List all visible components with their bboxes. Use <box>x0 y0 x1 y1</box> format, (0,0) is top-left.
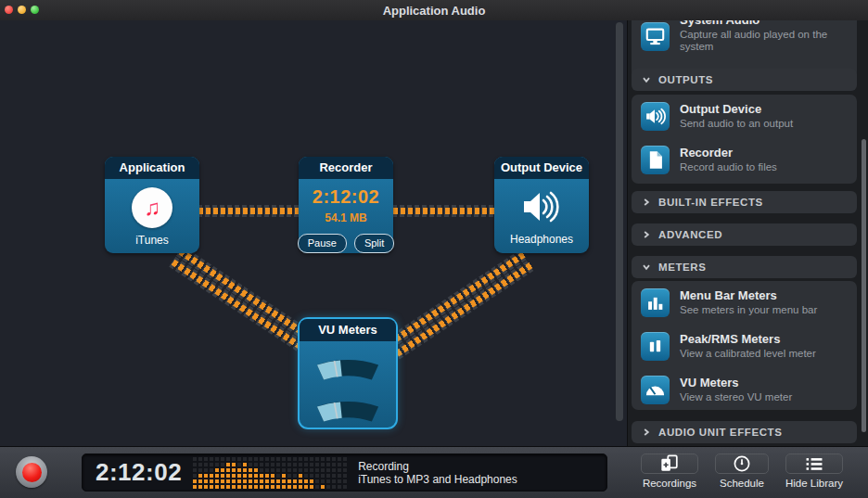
recorder-block-title: Recorder <box>299 157 393 179</box>
recordings-button[interactable] <box>641 453 698 474</box>
chevron-down-icon <box>642 75 651 84</box>
library-item-recorder[interactable]: Recorder Record audio to files <box>632 138 857 182</box>
split-button[interactable]: Split <box>354 234 394 253</box>
schedule-button-label: Schedule <box>720 478 764 489</box>
application-block[interactable]: Application ♫ iTunes <box>105 157 199 253</box>
audio-hijack-window: Application Audio Application ♫ iTunes <box>0 0 868 498</box>
output-device-block[interactable]: Output Device Headphones <box>494 157 589 253</box>
library-item-title: VU Meters <box>680 376 792 390</box>
recorder-file-size: 54.1 MB <box>325 211 366 224</box>
section-header-built-in-effects[interactable]: BUILT-IN EFFECTS <box>632 191 857 213</box>
speaker-icon <box>519 188 564 225</box>
chevron-right-icon <box>642 428 651 437</box>
library-item-title: System Audio <box>680 20 843 28</box>
hide-library-button-label: Hide Library <box>785 478 843 489</box>
pipe-application-vumeters <box>169 246 318 357</box>
recorder-block[interactable]: Recorder 2:12:02 54.1 MB Pause Split <box>299 157 393 253</box>
recordings-button-label: Recordings <box>643 478 696 489</box>
library-item-vu-meters[interactable]: VU Meters View a stereo VU meter <box>632 368 857 412</box>
sidebar-scrollbar[interactable] <box>862 139 866 432</box>
output-device-block-title: Output Device <box>494 157 589 179</box>
record-dot-icon <box>22 463 42 482</box>
chevron-right-icon <box>642 198 651 207</box>
section-header-audio-unit-effects[interactable]: AUDIO UNIT EFFECTS <box>632 421 857 443</box>
bar-chart-icon <box>641 288 670 317</box>
pause-button[interactable]: Pause <box>298 234 347 253</box>
itunes-icon: ♫ <box>132 187 172 228</box>
output-device-label: Headphones <box>510 233 573 246</box>
section-header-meters[interactable]: METERS <box>632 256 857 278</box>
title-bar: Application Audio <box>0 0 868 21</box>
transport-bar: 2:12:02 Recording iTunes to MP3 and Head… <box>0 446 868 498</box>
pipe-vumeters-output <box>386 249 535 360</box>
block-library-sidebar: System Audio Capture all audio played on… <box>628 20 868 447</box>
vu-gauge-left <box>307 344 389 383</box>
pipe-application-recorder <box>198 205 300 217</box>
chevron-right-icon <box>642 230 651 239</box>
section-header-advanced[interactable]: ADVANCED <box>632 223 857 246</box>
clock-icon <box>732 453 752 474</box>
hide-library-button[interactable] <box>785 453 843 474</box>
library-item-desc: View a calibrated level meter <box>680 348 816 360</box>
zoom-window-button[interactable] <box>31 6 39 14</box>
gauge-icon <box>641 376 670 404</box>
application-source-label: iTunes <box>135 234 169 247</box>
vu-meters-block-title: VU Meters <box>300 319 396 341</box>
minimize-window-button[interactable] <box>18 6 26 14</box>
section-panel-outputs: Output Device Send audio to an output Re… <box>632 95 857 184</box>
section-panel-meters: Menu Bar Meters See meters in your menu … <box>632 281 857 410</box>
library-item-title: Output Device <box>680 102 793 117</box>
record-button[interactable] <box>16 456 47 488</box>
window-title: Application Audio <box>383 4 486 18</box>
status-detail: iTunes to MP3 and Headphones <box>358 473 517 486</box>
recordings-icon <box>657 453 682 475</box>
pipe-recorder-output <box>392 205 496 217</box>
speaker-icon <box>641 102 670 131</box>
lcd-meter <box>193 457 347 489</box>
library-item-title: Menu Bar Meters <box>680 288 817 303</box>
display-icon <box>641 22 670 51</box>
library-item-menu-bar-meters[interactable]: Menu Bar Meters See meters in your menu … <box>632 281 857 325</box>
status-lcd: 2:12:02 Recording iTunes to MP3 and Head… <box>82 453 607 492</box>
chevron-down-icon <box>642 262 651 272</box>
recorder-elapsed-time: 2:12:02 <box>313 186 379 208</box>
window-controls <box>5 6 39 14</box>
library-item-peak-rms-meters[interactable]: Peak/RMS Meters View a calibrated level … <box>632 325 857 368</box>
library-item-output-device[interactable]: Output Device Send audio to an output <box>632 95 857 138</box>
library-item-desc: View a stereo VU meter <box>680 391 792 403</box>
canvas-scrollbar[interactable] <box>616 22 623 421</box>
schedule-button[interactable] <box>715 453 769 474</box>
section-header-outputs[interactable]: OUTPUTS <box>632 69 857 91</box>
list-icon <box>802 453 826 474</box>
library-item-title: Recorder <box>680 146 777 160</box>
library-item-desc: Record audio to files <box>680 161 777 173</box>
file-icon <box>641 146 670 174</box>
application-block-title: Application <box>105 157 199 179</box>
library-item-title: Peak/RMS Meters <box>680 332 816 347</box>
vu-gauge-right <box>307 386 389 425</box>
pipeline-canvas[interactable]: Application ♫ iTunes Recorder 2:12:02 54… <box>0 20 628 447</box>
status-state: Recording <box>358 460 517 473</box>
session-elapsed-time: 2:12:02 <box>96 458 182 487</box>
vu-meters-block[interactable]: VU Meters <box>298 317 398 429</box>
library-item-desc: Capture all audio played on the system <box>680 29 843 53</box>
library-item-desc: See meters in your menu bar <box>680 304 817 316</box>
close-window-button[interactable] <box>5 6 13 14</box>
library-item-desc: Send audio to an output <box>680 118 793 130</box>
peak-meter-icon <box>641 332 670 361</box>
